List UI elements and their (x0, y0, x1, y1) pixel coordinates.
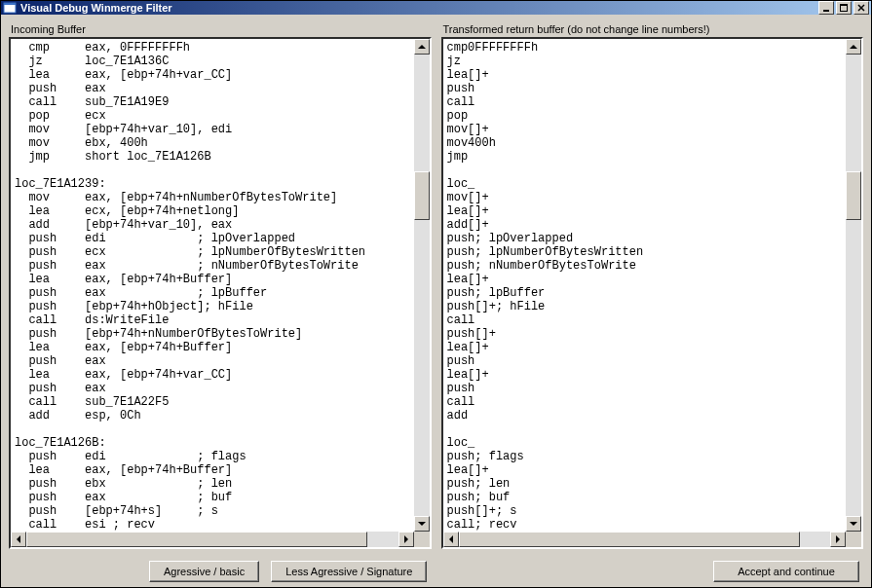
scroll-track[interactable] (459, 532, 831, 547)
accept-continue-button[interactable]: Accept and continue (713, 561, 859, 582)
scroll-right-button[interactable] (398, 532, 414, 547)
scroll-right-button[interactable] (830, 532, 846, 547)
right-pane: Transformed return buffer (do not change… (441, 19, 864, 549)
scroll-thumb[interactable] (846, 171, 861, 220)
scroll-thumb[interactable] (459, 532, 800, 547)
left-horizontal-scrollbar[interactable] (11, 532, 414, 547)
scroll-up-button[interactable] (414, 39, 430, 55)
titlebar: Visual Debug Winmerge Filter (1, 1, 871, 15)
left-vertical-scrollbar[interactable] (414, 39, 430, 532)
scroll-down-button[interactable] (846, 516, 861, 532)
button-row: Agressive / basic Less Agressive / Signa… (9, 549, 863, 586)
scroll-corner (846, 532, 861, 547)
incoming-buffer-text[interactable]: cmp eax, 0FFFFFFFFh jz loc_7E1A136C lea … (11, 39, 430, 547)
scroll-up-button[interactable] (846, 39, 861, 55)
less-agressive-signature-button[interactable]: Less Agressive / Signature (271, 561, 427, 582)
transformed-buffer-text[interactable]: cmp0FFFFFFFFh jz lea[]+ push call pop mo… (443, 39, 862, 547)
scroll-down-button[interactable] (414, 516, 430, 532)
scroll-left-button[interactable] (11, 532, 26, 547)
client-area: Incoming Buffer cmp eax, 0FFFFFFFFh jz l… (1, 15, 871, 588)
left-pane-label: Incoming Buffer (9, 19, 432, 37)
window-title: Visual Debug Winmerge Filter (20, 2, 816, 14)
left-pane: Incoming Buffer cmp eax, 0FFFFFFFFh jz l… (9, 19, 432, 549)
incoming-buffer-box: cmp eax, 0FFFFFFFFh jz loc_7E1A136C lea … (9, 37, 432, 549)
svg-rect-1 (4, 3, 16, 5)
main-window: Visual Debug Winmerge Filter Incoming Bu… (0, 0, 872, 588)
scroll-thumb[interactable] (414, 171, 430, 220)
right-vertical-scrollbar[interactable] (846, 39, 861, 532)
svg-rect-2 (823, 10, 829, 12)
scroll-track[interactable] (414, 55, 430, 516)
app-icon (3, 1, 17, 15)
agressive-basic-button[interactable]: Agressive / basic (149, 561, 259, 582)
scroll-track[interactable] (846, 55, 861, 516)
scroll-corner (414, 532, 430, 547)
scroll-track[interactable] (26, 532, 398, 547)
right-pane-label: Transformed return buffer (do not change… (441, 19, 864, 37)
maximize-button[interactable] (836, 1, 852, 15)
scroll-left-button[interactable] (443, 532, 459, 547)
scroll-thumb[interactable] (26, 532, 367, 547)
minimize-button[interactable] (818, 1, 834, 15)
close-button[interactable] (853, 1, 869, 15)
right-horizontal-scrollbar[interactable] (443, 532, 847, 547)
transformed-buffer-box: cmp0FFFFFFFFh jz lea[]+ push call pop mo… (441, 37, 864, 549)
svg-rect-4 (840, 4, 848, 6)
